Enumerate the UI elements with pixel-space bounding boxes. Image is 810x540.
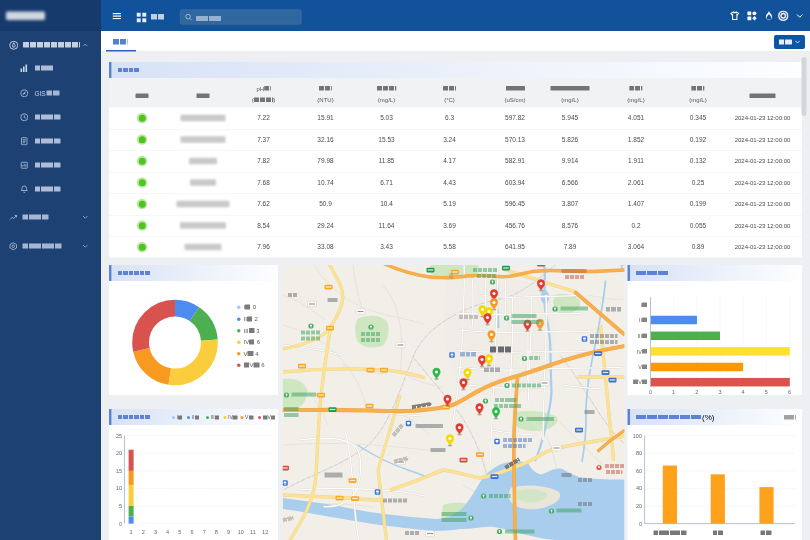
svg-text:0: 0 <box>649 389 652 395</box>
svg-text:15: 15 <box>116 468 122 474</box>
svg-text:3: 3 <box>154 529 157 535</box>
svg-text:100: 100 <box>633 433 642 439</box>
svg-text:5: 5 <box>178 529 181 535</box>
svg-text:10: 10 <box>116 485 122 491</box>
svg-text:2: 2 <box>695 389 698 395</box>
svg-text:20: 20 <box>636 503 642 509</box>
svg-text:4: 4 <box>166 529 169 535</box>
svg-text:5: 5 <box>765 389 768 395</box>
svg-text:10: 10 <box>238 529 244 535</box>
svg-text:60: 60 <box>636 468 642 474</box>
svg-text:1: 1 <box>672 389 675 395</box>
svg-text:9: 9 <box>227 529 230 535</box>
svg-text:1: 1 <box>130 529 133 535</box>
svg-text:40: 40 <box>636 485 642 491</box>
svg-text:5: 5 <box>119 503 122 509</box>
svg-text:25: 25 <box>116 433 122 439</box>
svg-text:0: 0 <box>639 521 642 527</box>
svg-text:6: 6 <box>191 529 194 535</box>
svg-text:8: 8 <box>215 529 218 535</box>
svg-text:7: 7 <box>203 529 206 535</box>
svg-text:6: 6 <box>788 389 791 395</box>
svg-text:3: 3 <box>718 389 721 395</box>
svg-text:20: 20 <box>116 450 122 456</box>
svg-text:12: 12 <box>262 529 268 535</box>
svg-text:11: 11 <box>250 529 256 535</box>
svg-text:2: 2 <box>142 529 145 535</box>
svg-text:80: 80 <box>636 450 642 456</box>
svg-text:0: 0 <box>119 521 122 527</box>
svg-text:4: 4 <box>742 389 745 395</box>
